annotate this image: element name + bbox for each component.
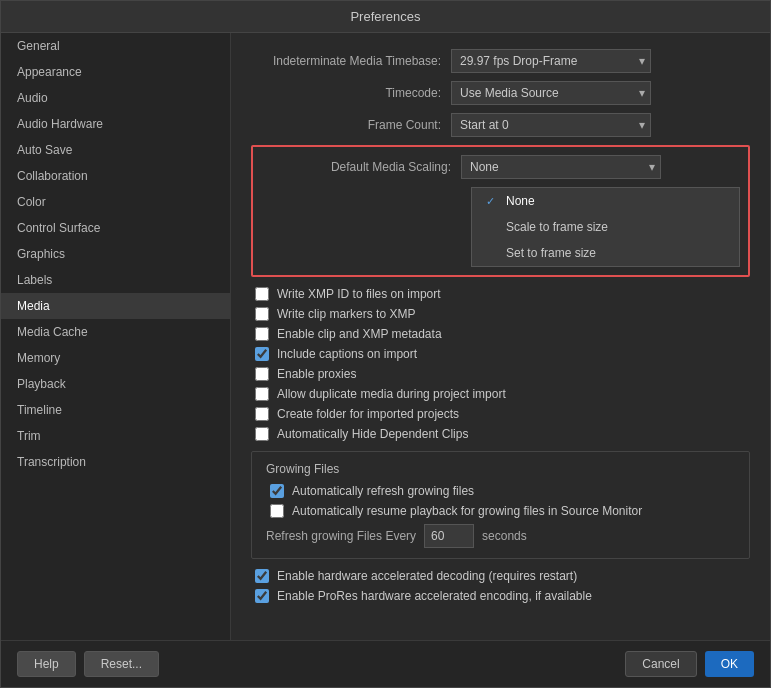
timecode-select-wrapper: Use Media Source	[451, 81, 651, 105]
sidebar-item-timeline[interactable]: Timeline	[1, 397, 230, 423]
refresh-label: Refresh growing Files Every	[266, 529, 416, 543]
checkbox-label-5: Allow duplicate media during project imp…	[277, 387, 506, 401]
frame-count-row: Frame Count: Start at 0	[251, 113, 750, 137]
auto-refresh-row: Automatically refresh growing files	[266, 484, 735, 498]
checkbox-label-0: Write XMP ID to files on import	[277, 287, 441, 301]
indeterminate-select[interactable]: 29.97 fps Drop-Frame	[451, 49, 651, 73]
checkbox-label-2: Enable clip and XMP metadata	[277, 327, 442, 341]
help-button[interactable]: Help	[17, 651, 76, 677]
checkbox-4[interactable]	[255, 367, 269, 381]
main-panel: Indeterminate Media Timebase: 29.97 fps …	[231, 33, 770, 640]
bottom-checkbox-row-1: Enable ProRes hardware accelerated encod…	[251, 589, 750, 603]
frame-count-select[interactable]: Start at 0	[451, 113, 651, 137]
reset-button[interactable]: Reset...	[84, 651, 159, 677]
dropdown-option-scale-to-frame-size[interactable]: Scale to frame size	[472, 214, 739, 240]
indeterminate-label: Indeterminate Media Timebase:	[251, 54, 451, 68]
checkbox-2[interactable]	[255, 327, 269, 341]
sidebar: GeneralAppearanceAudioAudio HardwareAuto…	[1, 33, 231, 640]
cancel-button[interactable]: Cancel	[625, 651, 696, 677]
sidebar-item-playback[interactable]: Playback	[1, 371, 230, 397]
window-title: Preferences	[350, 9, 420, 24]
sidebar-item-memory[interactable]: Memory	[1, 345, 230, 371]
indeterminate-select-wrapper: 29.97 fps Drop-Frame	[451, 49, 651, 73]
timecode-label: Timecode:	[251, 86, 451, 100]
footer-right: Cancel OK	[625, 651, 754, 677]
auto-refresh-label: Automatically refresh growing files	[292, 484, 474, 498]
checkbox-row-6: Create folder for imported projects	[251, 407, 750, 421]
sidebar-item-graphics[interactable]: Graphics	[1, 241, 230, 267]
sidebar-item-labels[interactable]: Labels	[1, 267, 230, 293]
sidebar-item-audio-hardware[interactable]: Audio Hardware	[1, 111, 230, 137]
checkbox-row-1: Write clip markers to XMP	[251, 307, 750, 321]
indeterminate-row: Indeterminate Media Timebase: 29.97 fps …	[251, 49, 750, 73]
bottom-checkbox-1[interactable]	[255, 589, 269, 603]
growing-files-section: Growing Files Automatically refresh grow…	[251, 451, 750, 559]
sidebar-item-color[interactable]: Color	[1, 189, 230, 215]
checkbox-label-6: Create folder for imported projects	[277, 407, 459, 421]
checkboxes-container: Write XMP ID to files on importWrite cli…	[251, 287, 750, 441]
checkbox-label-7: Automatically Hide Dependent Clips	[277, 427, 468, 441]
sidebar-item-collaboration[interactable]: Collaboration	[1, 163, 230, 189]
timecode-row: Timecode: Use Media Source	[251, 81, 750, 105]
sidebar-item-auto-save[interactable]: Auto Save	[1, 137, 230, 163]
sidebar-item-general[interactable]: General	[1, 33, 230, 59]
default-scaling-select-wrapper: None	[461, 155, 661, 179]
bottom-checkbox-row-0: Enable hardware accelerated decoding (re…	[251, 569, 750, 583]
preferences-window: Preferences GeneralAppearanceAudioAudio …	[0, 0, 771, 688]
checkbox-5[interactable]	[255, 387, 269, 401]
bottom-checkboxes-container: Enable hardware accelerated decoding (re…	[251, 569, 750, 603]
bottom-checkbox-0[interactable]	[255, 569, 269, 583]
frame-count-select-wrapper: Start at 0	[451, 113, 651, 137]
auto-refresh-checkbox[interactable]	[270, 484, 284, 498]
frame-count-label: Frame Count:	[251, 118, 451, 132]
checkbox-row-0: Write XMP ID to files on import	[251, 287, 750, 301]
footer: Help Reset... Cancel OK	[1, 640, 770, 687]
sidebar-item-media-cache[interactable]: Media Cache	[1, 319, 230, 345]
checkbox-label-1: Write clip markers to XMP	[277, 307, 415, 321]
default-scaling-select[interactable]: None	[461, 155, 661, 179]
sidebar-item-transcription[interactable]: Transcription	[1, 449, 230, 475]
dropdown-option-none[interactable]: ✓None	[472, 188, 739, 214]
default-scaling-dropdown-box: Default Media Scaling: None ✓NoneScale t…	[251, 145, 750, 277]
checkbox-row-4: Enable proxies	[251, 367, 750, 381]
checkbox-label-4: Enable proxies	[277, 367, 356, 381]
growing-files-title: Growing Files	[266, 462, 735, 476]
checkbox-row-5: Allow duplicate media during project imp…	[251, 387, 750, 401]
sidebar-item-control-surface[interactable]: Control Surface	[1, 215, 230, 241]
checkbox-3[interactable]	[255, 347, 269, 361]
auto-resume-label: Automatically resume playback for growin…	[292, 504, 642, 518]
title-bar: Preferences	[1, 1, 770, 33]
checkbox-6[interactable]	[255, 407, 269, 421]
checkbox-row-7: Automatically Hide Dependent Clips	[251, 427, 750, 441]
refresh-value-input[interactable]	[424, 524, 474, 548]
checkbox-row-2: Enable clip and XMP metadata	[251, 327, 750, 341]
checkbox-0[interactable]	[255, 287, 269, 301]
ok-button[interactable]: OK	[705, 651, 754, 677]
content-area: GeneralAppearanceAudioAudio HardwareAuto…	[1, 33, 770, 640]
refresh-unit: seconds	[482, 529, 527, 543]
checkbox-1[interactable]	[255, 307, 269, 321]
footer-left: Help Reset...	[17, 651, 159, 677]
refresh-interval-row: Refresh growing Files Every seconds	[266, 524, 735, 548]
sidebar-item-audio[interactable]: Audio	[1, 85, 230, 111]
sidebar-item-appearance[interactable]: Appearance	[1, 59, 230, 85]
auto-resume-row: Automatically resume playback for growin…	[266, 504, 735, 518]
timecode-select[interactable]: Use Media Source	[451, 81, 651, 105]
bottom-checkbox-label-0: Enable hardware accelerated decoding (re…	[277, 569, 577, 583]
bottom-checkbox-label-1: Enable ProRes hardware accelerated encod…	[277, 589, 592, 603]
checkbox-label-3: Include captions on import	[277, 347, 417, 361]
default-scaling-label: Default Media Scaling:	[261, 160, 461, 174]
default-scaling-header: Default Media Scaling: None	[261, 155, 740, 179]
dropdown-option-set-to-frame-size[interactable]: Set to frame size	[472, 240, 739, 266]
auto-resume-checkbox[interactable]	[270, 504, 284, 518]
checkbox-7[interactable]	[255, 427, 269, 441]
sidebar-item-media[interactable]: Media	[1, 293, 230, 319]
checkbox-row-3: Include captions on import	[251, 347, 750, 361]
sidebar-item-trim[interactable]: Trim	[1, 423, 230, 449]
scaling-dropdown-menu: ✓NoneScale to frame sizeSet to frame siz…	[471, 187, 740, 267]
